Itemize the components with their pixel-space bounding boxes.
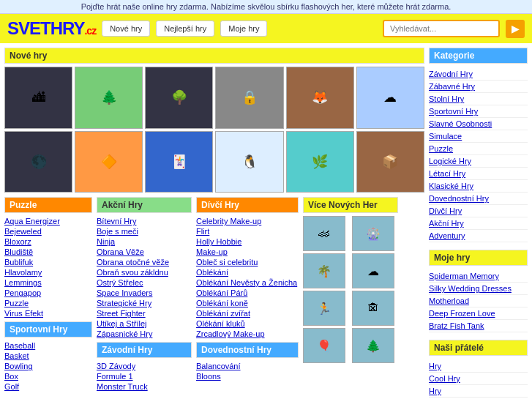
- puzzle-item[interactable]: Bejeweled: [4, 226, 92, 236]
- kategorie-item[interactable]: Zábavné Hry: [429, 81, 528, 93]
- nav-nejlepsi-hry[interactable]: Nejlepší hry: [156, 20, 214, 37]
- divci-item[interactable]: Flirt: [196, 226, 299, 236]
- divci-item[interactable]: Oblékání zvířat: [196, 308, 299, 318]
- thumb-6[interactable]: ☁: [356, 67, 424, 129]
- dovednostni-item[interactable]: Bloons: [196, 371, 299, 381]
- puzzle-item[interactable]: Hlavolamy: [4, 267, 92, 277]
- nav-moje-hry[interactable]: Moje hry: [220, 20, 267, 37]
- kategorie-item[interactable]: Dovednostní Hry: [429, 193, 528, 205]
- vice-thumb-3[interactable]: 🌴: [303, 253, 345, 288]
- thumb-8[interactable]: 🔶: [75, 131, 143, 193]
- vice-thumb-6[interactable]: 🏚: [352, 291, 394, 326]
- nav-nove-hry[interactable]: Nové hry: [102, 20, 150, 37]
- thumb-3[interactable]: 🌳: [145, 67, 213, 129]
- thumb-11[interactable]: 🌿: [286, 131, 354, 193]
- thumb-2[interactable]: 🌲: [75, 67, 143, 129]
- akcni-item[interactable]: Obrana otočné věže: [97, 257, 192, 267]
- vice-thumb-4[interactable]: ☁: [352, 253, 394, 288]
- divci-item[interactable]: Zrcadlový Make-up: [196, 329, 299, 339]
- vice-thumb-5[interactable]: 🏃: [303, 291, 345, 326]
- kategorie-item[interactable]: Sportovní Hry: [429, 105, 528, 118]
- kategorie-item[interactable]: Závodní Hry: [429, 68, 528, 81]
- sportovni-item[interactable]: Box: [4, 371, 92, 381]
- nasi-pratele-item[interactable]: Hry: [429, 385, 528, 398]
- moje-hry-title: Moje hry: [429, 250, 528, 266]
- vice-thumb-2[interactable]: 🎡: [352, 216, 394, 251]
- vice-thumb-7[interactable]: 🎈: [303, 328, 345, 363]
- vice-thumb-1[interactable]: 🏎: [303, 216, 345, 251]
- puzzle-item[interactable]: Pengapop: [4, 288, 92, 298]
- left-column: Nové hry 🏙 🌲 🌳 🔒 🦊 ☁ 🌑 🔶 🃏 🐧 🌿 📦 Puzzle …: [4, 48, 424, 399]
- akcni-item[interactable]: Utíkej a Střílej: [97, 318, 192, 329]
- thumb-1[interactable]: 🏙: [4, 67, 72, 129]
- kategorie-item[interactable]: Dívčí Hry: [429, 205, 528, 217]
- thumb-12[interactable]: 📦: [356, 131, 424, 193]
- divci-item[interactable]: Oblékání koně: [196, 298, 299, 308]
- search-button[interactable]: ▶: [506, 20, 525, 38]
- akcni-item[interactable]: Obrana Věže: [97, 247, 192, 257]
- moje-hry-item[interactable]: Bratz Fish Tank: [429, 320, 528, 332]
- divci-dovednostni-col: Dívčí Hry Celebrity Make-up Flirt Holly …: [196, 197, 299, 392]
- akcni-item[interactable]: Space Invaders: [97, 288, 192, 298]
- sportovni-item[interactable]: Baseball: [4, 340, 92, 351]
- kategorie-item[interactable]: Simulace: [429, 130, 528, 143]
- kategorie-item[interactable]: Adventury: [429, 230, 528, 242]
- divci-item[interactable]: Olékání kluků: [196, 318, 299, 329]
- kategorie-item[interactable]: Akční Hry: [429, 217, 528, 230]
- thumb-5[interactable]: 🦊: [286, 67, 354, 129]
- puzzle-item[interactable]: Virus Efekt: [4, 308, 92, 318]
- akcni-item[interactable]: Ostrý Střelec: [97, 277, 192, 288]
- sportovni-item[interactable]: Golf: [4, 381, 92, 392]
- divci-item[interactable]: Oblékání Párů: [196, 288, 299, 298]
- zavodni-item[interactable]: 3D Závody: [97, 361, 192, 371]
- nasi-pratele-item[interactable]: Hry: [429, 360, 528, 373]
- search-input[interactable]: [383, 20, 500, 37]
- zavodni-item[interactable]: Formule 1: [97, 371, 192, 381]
- puzzle-item[interactable]: Bloxorz: [4, 236, 92, 247]
- puzzle-item[interactable]: Puzzle: [4, 298, 92, 308]
- kategorie-item[interactable]: Puzzle: [429, 143, 528, 155]
- akcni-item[interactable]: Zápasnické Hry: [97, 329, 192, 339]
- vice-col: Více Nových Her 🏎 🎡 🌴 ☁ 🏃 🏚 🎈 🌲: [303, 197, 398, 392]
- divci-item[interactable]: Obleč si celebritu: [196, 257, 299, 267]
- divci-item[interactable]: Holly Hobbie: [196, 236, 299, 247]
- puzzle-list: Aqua Energizer Bejeweled Bloxorz Bludišt…: [4, 216, 92, 318]
- puzzle-item[interactable]: Aqua Energizer: [4, 216, 92, 226]
- vice-thumb-8[interactable]: 🌲: [352, 328, 394, 363]
- akcni-item[interactable]: Boje s meči: [97, 226, 192, 236]
- thumb-10[interactable]: 🐧: [215, 131, 283, 193]
- puzzle-item[interactable]: Bublifuk: [4, 257, 92, 267]
- divci-item[interactable]: Oblékání: [196, 267, 299, 277]
- thumb-9[interactable]: 🃏: [145, 131, 213, 193]
- akcni-item[interactable]: Bítevní Hry: [97, 216, 192, 226]
- logo[interactable]: SVETHRY.cz: [7, 18, 96, 39]
- kategorie-item[interactable]: Létací Hry: [429, 168, 528, 180]
- right-column: Kategorie Závodní Hry Zábavné Hry Stolní…: [429, 48, 528, 399]
- zavodni-title: Závodní Hry: [97, 342, 192, 358]
- thumb-7[interactable]: 🌑: [4, 131, 72, 193]
- moje-hry-item[interactable]: Silky Wedding Dresses: [429, 283, 528, 295]
- kategorie-item[interactable]: Logické Hry: [429, 155, 528, 168]
- nasi-pratele-item[interactable]: Cool Hry: [429, 373, 528, 385]
- puzzle-item[interactable]: Bludiště: [4, 247, 92, 257]
- divci-item[interactable]: Make-up: [196, 247, 299, 257]
- divci-item[interactable]: Oblékání Nevěsty a Ženicha: [196, 277, 299, 288]
- sportovni-item[interactable]: Basket: [4, 351, 92, 361]
- kategorie-item[interactable]: Stolní Hry: [429, 93, 528, 105]
- akcni-item[interactable]: Obraň svou zákldnu: [97, 267, 192, 277]
- akcni-item[interactable]: Ninja: [97, 236, 192, 247]
- thumb-4[interactable]: 🔒: [215, 67, 283, 129]
- akcni-item[interactable]: Strategické Hry: [97, 298, 192, 308]
- sportovni-item[interactable]: Bowling: [4, 361, 92, 371]
- moje-hry-item[interactable]: Spiderman Memory: [429, 270, 528, 283]
- zavodni-item[interactable]: Monster Truck: [97, 381, 192, 392]
- nasi-pratele-section: Naši přátelé Hry Cool Hry Hry: [429, 340, 528, 399]
- akcni-item-street-fighter[interactable]: Street Fighter: [97, 308, 192, 318]
- moje-hry-item[interactable]: Motherload: [429, 295, 528, 307]
- divci-item[interactable]: Celebrity Make-up: [196, 216, 299, 226]
- kategorie-item[interactable]: Slavné Osobnosti: [429, 118, 528, 130]
- puzzle-item[interactable]: Lemmings: [4, 277, 92, 288]
- dovednostni-item[interactable]: Balancování: [196, 361, 299, 371]
- moje-hry-item[interactable]: Deep Frozen Love: [429, 307, 528, 320]
- kategorie-item[interactable]: Klasické Hry: [429, 180, 528, 193]
